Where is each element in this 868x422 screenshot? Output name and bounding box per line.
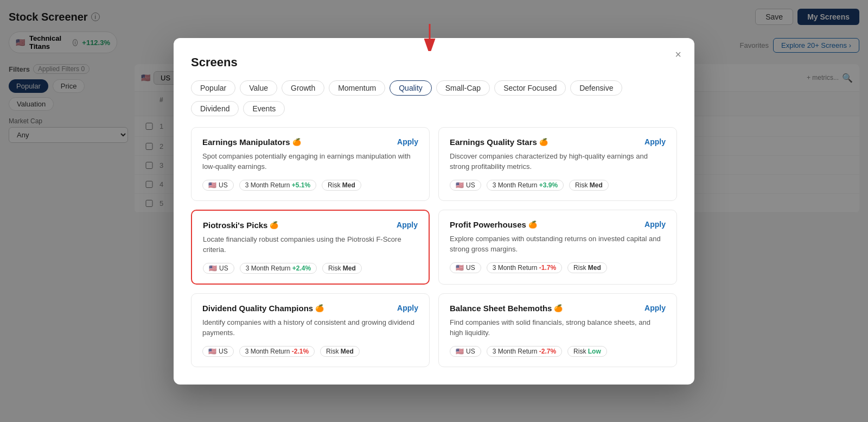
balance-sheet-behemoths-title: Balance Sheet Behemoths [450,304,552,313]
apply-earnings-quality-stars-link[interactable]: Apply [644,137,666,146]
earnings-manipulators-meta: 🇺🇸US 3 Month Return +5.1% Risk Med [202,180,418,191]
modal-title: Screens [191,55,677,70]
quality-icon-4: 🍊 [528,221,537,229]
screens-modal: × Screens Popular Value Growth Momentum … [174,38,694,385]
apply-earnings-manipulators-link[interactable]: Apply [397,137,418,146]
piotroskis-picks-title: Piotroski's Picks [203,221,267,230]
return-badge-6: 3 Month Return -2.7% [487,346,562,357]
dividend-quality-champions-meta: 🇺🇸US 3 Month Return -2.1% Risk Med [202,346,418,357]
piotroskis-picks-desc: Locate financially robust companies usin… [203,234,418,255]
country-badge-2: 🇺🇸US [450,180,481,191]
country-badge-3: 🇺🇸US [203,263,234,274]
card-dividend-quality-champions: Dividend Quality Champions 🍊 Apply Ident… [191,293,430,367]
risk-badge-3: Risk Med [322,263,362,274]
return-badge-4: 3 Month Return -1.7% [487,262,562,273]
tab-pills-row-2: Dividend Events [191,101,677,116]
dividend-quality-champions-desc: Identify companies with a history of con… [202,317,418,338]
country-badge-6: 🇺🇸US [450,346,481,357]
tab-momentum[interactable]: Momentum [329,80,385,96]
tab-quality[interactable]: Quality [390,80,432,96]
return-badge-5: 3 Month Return -2.1% [239,346,315,357]
balance-sheet-behemoths-meta: 🇺🇸US 3 Month Return -2.7% Risk Low [450,346,666,357]
tab-dividend[interactable]: Dividend [191,101,239,116]
earnings-manipulators-title: Earnings Manipulators [202,137,290,147]
close-modal-button[interactable]: × [675,49,681,60]
earnings-manipulators-desc: Spot companies potentially engaging in e… [202,151,418,172]
card-profit-powerhouses: Profit Powerhouses 🍊 Apply Explore compa… [438,210,677,285]
quality-icon: 🍊 [292,138,301,146]
tab-growth[interactable]: Growth [282,80,324,96]
risk-badge: Risk Med [322,180,361,191]
return-badge-2: 3 Month Return +3.9% [487,180,564,191]
earnings-quality-stars-meta: 🇺🇸US 3 Month Return +3.9% Risk Med [450,180,666,191]
profit-powerhouses-meta: 🇺🇸US 3 Month Return -1.7% Risk Med [450,262,666,273]
risk-badge-2: Risk Med [569,180,609,191]
apply-piotroskis-picks-link[interactable]: Apply [397,221,418,229]
return-badge: 3 Month Return +5.1% [239,180,316,191]
return-badge-3: 3 Month Return +2.4% [240,263,317,274]
risk-badge-4: Risk Med [567,262,607,273]
tab-small-cap[interactable]: Small-Cap [436,80,490,96]
risk-badge-6: Risk Low [567,346,607,357]
risk-badge-5: Risk Med [320,346,360,357]
quality-icon-5: 🍊 [315,304,324,312]
piotroskis-picks-meta: 🇺🇸US 3 Month Return +2.4% Risk Med [203,263,418,274]
country-badge-4: 🇺🇸US [450,262,481,273]
earnings-quality-stars-title: Earnings Quality Stars [450,137,537,147]
profit-powerhouses-title: Profit Powerhouses [450,220,526,229]
card-earnings-quality-stars: Earnings Quality Stars 🍊 Apply Discover … [438,127,677,201]
country-badge: 🇺🇸US [202,180,234,191]
tab-events[interactable]: Events [243,101,285,116]
tab-pills-row-1: Popular Value Growth Momentum Quality Sm… [191,80,677,96]
tab-defensive[interactable]: Defensive [570,80,622,96]
apply-profit-powerhouses-link[interactable]: Apply [644,220,666,229]
red-arrow-indicator [419,24,441,51]
tab-popular[interactable]: Popular [191,80,235,96]
quality-icon-3: 🍊 [270,221,278,229]
country-badge-5: 🇺🇸US [202,346,234,357]
apply-balance-sheet-behemoths-link[interactable]: Apply [644,304,666,312]
balance-sheet-behemoths-desc: Find companies with solid financials, st… [450,317,666,338]
tab-value[interactable]: Value [240,80,277,96]
card-earnings-manipulators: Earnings Manipulators 🍊 Apply Spot compa… [191,127,430,201]
earnings-quality-stars-desc: Discover companies characterized by high… [450,151,666,172]
apply-dividend-quality-champions-link[interactable]: Apply [397,304,418,312]
card-balance-sheet-behemoths: Balance Sheet Behemoths 🍊 Apply Find com… [438,293,677,367]
profit-powerhouses-desc: Explore companies with outstanding retur… [450,234,666,255]
quality-icon-2: 🍊 [539,138,548,146]
modal-overlay: × Screens Popular Value Growth Momentum … [0,0,868,422]
screen-cards-grid: Earnings Manipulators 🍊 Apply Spot compa… [191,127,677,367]
tab-sector-focused[interactable]: Sector Focused [494,80,566,96]
quality-icon-6: 🍊 [554,304,563,312]
dividend-quality-champions-title: Dividend Quality Champions [202,304,313,313]
card-piotroskis-picks: Piotroski's Picks 🍊 Apply Locate financi… [191,210,430,285]
